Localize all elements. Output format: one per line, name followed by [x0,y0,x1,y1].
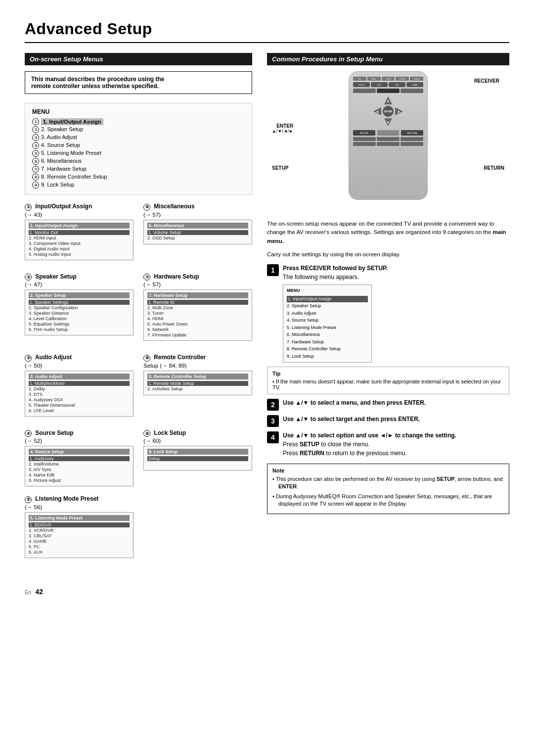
step-num-1: 1 [267,264,279,276]
btn-video: VIDEO [410,77,423,81]
btn-tuner: TUNER [396,77,409,81]
menu-item-7: 7. Hardware Setup [41,166,87,172]
step1-menu-item-4: 4. Source Setup [287,317,368,324]
btn-mute [353,89,376,93]
circle-1: ① [32,118,39,125]
circle-source: ④ [25,430,32,437]
btn-c1 [353,142,376,146]
dpad-down-btn[interactable]: ▼ [384,118,392,126]
circle-8: ⑧ [32,174,39,181]
subsection-io-assign: ① Input/Output Assign (→ 43) 1. Input/Ou… [25,203,134,260]
circle-3: ③ [32,134,39,141]
btn-vol [400,89,423,93]
step1-menu-item-5: 5. Listening Mode Preset [287,325,368,331]
subsection-source-ref: (→ 52) [25,438,134,444]
menu-row-8: ⑧ 8. Remote Controller Setup [32,174,245,181]
step1-mini-menu-title: MENU [287,287,368,294]
en-label: En [25,589,31,595]
circle-2: ② [32,126,39,133]
mini-menu-speaker: 2. Speaker Setup 1. Speaker Settings 2. … [25,289,134,335]
note-item-1: This procedure can also be performed on … [272,475,504,491]
right-column: Common Procedures in Setup Menu PC AUX H… [267,53,509,563]
step3-bold: Use ▲/▼ to select target and then press … [283,416,420,423]
dpad-up-btn[interactable]: ▲ [384,96,392,104]
step4-bold: Use ▲/▼ to select option and use ◄/► to … [283,432,456,439]
step-num-4: 4 [267,431,279,443]
menu-row-5: ⑤ 5. Listening Mode Preset [32,150,245,157]
step-num-3: 3 [267,415,279,427]
btn-setup[interactable]: SETUP [353,130,375,136]
menu-item-1: 1. Input/Output Assign [41,118,103,125]
menu-diagram-title: MENU [32,108,245,115]
subsection-speaker: ② Speaker Setup (→ 47) 2. Speaker Setup … [25,273,134,341]
subsection-hardware-title: ⑦ Hardware Setup [143,273,252,281]
btn-game: GAME [406,82,423,87]
label-enter-area: ENTER ▲/▼/◄/► [272,123,293,134]
subsection-hardware-ref: (→ 57) [143,282,252,287]
label-enter: ENTER [272,123,293,129]
remote-dpad: ▲ ▼ ◄ ► ENTER [373,96,403,126]
btn-return[interactable]: RETURN [401,130,423,136]
step1-normal: The following menu appears. [283,274,359,281]
steps-area: 1 Press RECEIVER followed by SETUP. The … [267,264,509,458]
step1-bold: Press RECEIVER followed by SETUP. [283,265,388,272]
btn-pc: PC [353,77,366,81]
subsection-lock-title: ⑨ Lock Setup [143,429,252,437]
dpad-left-btn[interactable]: ◄ [373,107,381,115]
page-footer: En 42 [25,573,509,596]
circle-hardware: ⑦ [143,274,150,281]
step1-menu-item-8: 8. Remote Controller Setup [287,346,368,353]
btn-cbl: CBL [389,82,405,87]
note-item-2: During Audyssey MultEQ® Room Correction … [272,493,504,508]
menu-item-2: 2. Speaker Setup [41,126,83,132]
mini-menu-hardware: 7. Hardware Setup 1. Remote ID 2. Multi … [143,289,252,341]
step-content-2: Use ▲/▼ to select a menu, and then press… [283,398,426,407]
btn-b2 [377,137,400,141]
circle-io: ① [25,204,32,211]
menu-row-2: ② 2. Speaker Setup [32,126,245,133]
subsection-speaker-title: ② Speaker Setup [25,273,134,281]
step-4: 4 Use ▲/▼ to select option and use ◄/► t… [267,431,509,458]
step1-menu-item-2: 2. Speaker Setup [287,303,368,310]
subsection-audio-title: ③ Audio Adjust [25,354,134,362]
btn-aux: AUX [367,77,381,81]
menu-item-4: 4. Source Setup [41,142,80,148]
subsection-lock-ref: (→ 60) [143,438,252,444]
menu-row-6: ⑥ 6. Miscellaneous [32,158,245,165]
step-1: 1 Press RECEIVER followed by SETUP. The … [267,264,509,363]
menu-row-4: ④ 4. Source Setup [32,142,245,149]
menu-item-5: 5. Listening Mode Preset [41,150,101,156]
menu-item-9: 9. Lock Setup [41,182,74,188]
intro-box: This manual describes the procedure usin… [25,71,252,94]
step4-press-return: Press RETURN to return to the previous m… [283,450,407,457]
circle-misc: ⑥ [143,204,150,211]
btn-bdtv: BD/TV [353,82,370,87]
step1-menu-item-9: 9. Lock Setup [287,353,368,360]
subsection-misc-title: ⑥ Miscellaneous [143,203,252,211]
circle-speaker: ② [25,274,32,281]
mini-menu-remote: 8. Remote Controller Setup 1. Remote Mod… [143,371,252,395]
dpad-right-btn[interactable]: ► [395,107,403,115]
btn-hdmi: HDMI [382,77,395,81]
subsection-audio-ref: (→ 50) [25,363,134,369]
subsection-hardware: ⑦ Hardware Setup (→ 57) 7. Hardware Setu… [143,273,252,341]
menu-item-8: 8. Remote Controller Setup [41,174,107,180]
btn-spacer [377,130,400,136]
subsection-io-title: ① Input/Output Assign [25,203,134,211]
note-title: Note [272,468,504,473]
label-setup: SETUP [272,165,288,171]
circle-audio: ③ [25,355,32,362]
step-num-2: 2 [267,399,279,411]
left-column: On-screen Setup Menus This manual descri… [25,53,252,563]
subsection-source: ④ Source Setup (→ 52) 4. Source Setup 1.… [25,429,134,487]
circle-lock: ⑨ [143,430,150,437]
subsection-misc: ⑥ Miscellaneous (→ 57) 6. Miscellaneous … [143,203,252,260]
menu-item-3: 3. Audio Adjust [41,134,77,140]
subsection-audio: ③ Audio Adjust (→ 50) 3. Audio Adjust 1.… [25,354,134,417]
page-title: Advanced Setup [25,20,509,38]
dpad-center-btn[interactable]: ENTER [383,106,394,117]
left-section-header: On-screen Setup Menus [25,53,252,65]
menu-row-3: ③ 3. Audio Adjust [32,134,245,141]
subsection-lock: ⑨ Lock Setup (→ 60) 9. Lock Setup Setup [143,429,252,487]
btn-b3 [400,137,423,141]
